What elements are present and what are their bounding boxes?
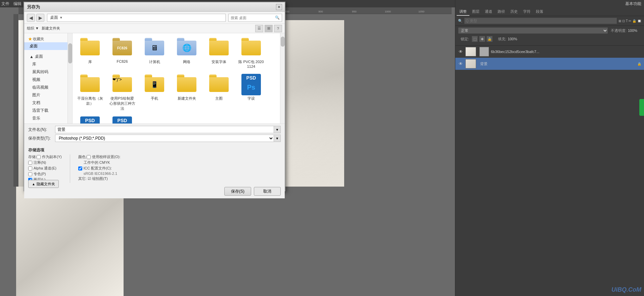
filename-input[interactable]: [55, 126, 274, 133]
psd-icon-ziset: PSD Ps: [240, 74, 262, 95]
file-name-library: 库: [88, 59, 92, 64]
folder-icon-fc826: FC826: [111, 37, 133, 59]
file-item-pvc[interactable]: 陈 PVC包 20201124: [236, 36, 266, 70]
file-item-dry[interactable]: 干湿分离包（灰款）: [75, 72, 105, 112]
spot-row: 专色(P): [28, 171, 62, 177]
file-item-jne[interactable]: PSD Ps jNe-1606282214670.psd: [75, 115, 105, 124]
dialog-cancel-button[interactable]: 取消: [254, 187, 281, 196]
options-divider: [70, 154, 70, 183]
dialog-save-button[interactable]: 保存(S): [224, 187, 251, 196]
folder-icon-dry: [79, 74, 101, 95]
lock-label: 锁定:: [461, 37, 469, 42]
tab-para[interactable]: 字符: [520, 8, 533, 16]
toggle-label: 隐藏文件夹: [37, 182, 55, 187]
sidebar-item-video[interactable]: 视频: [27, 76, 67, 84]
new-folder-btn[interactable]: 新建文件夹: [42, 26, 60, 31]
dialog-forward-button[interactable]: ▶: [36, 14, 44, 22]
file-item-fonts[interactable]: 安装字体: [204, 36, 234, 70]
sidebar-item-images[interactable]: 图片: [27, 91, 67, 99]
lock-position-btn[interactable]: ✥: [479, 36, 485, 42]
filelist-scrollbar[interactable]: [280, 33, 285, 124]
tab-channels[interactable]: 图层: [469, 8, 482, 16]
annotation-checkbox[interactable]: [28, 161, 32, 165]
fill-value: 100%: [508, 37, 517, 41]
dialog-path-arrow[interactable]: ▼: [59, 16, 63, 19]
filetype-arrow[interactable]: ▼: [274, 135, 281, 142]
psd-icon-jne: PSD Ps: [79, 116, 101, 124]
file-name-computer: 计算机: [149, 59, 160, 64]
alpha-checkbox[interactable]: [28, 166, 32, 170]
file-item-main[interactable]: 主图: [204, 72, 234, 112]
lock-pixels-btn[interactable]: ⬚: [472, 36, 478, 42]
dialog-search-bar: 🔍: [228, 14, 282, 22]
layer-item-2[interactable]: 👁 背景 🔒: [455, 58, 644, 70]
sidebar-item-zhanfeng[interactable]: 展凤转码: [27, 68, 67, 76]
layer-visibility-1[interactable]: 👁: [458, 49, 463, 54]
filename-arrow[interactable]: ▼: [274, 126, 281, 133]
lock-all-btn[interactable]: 🔒: [487, 36, 493, 42]
layer-name-2: 背景: [480, 61, 488, 66]
file-item-folded[interactable]: PSD Ps PS制作折叠文字效果.psd: [107, 115, 137, 124]
help-btn[interactable]: ?: [274, 25, 282, 32]
view-list-btn[interactable]: ☰: [255, 25, 263, 32]
file-item-computer[interactable]: 🖥 计算机: [140, 36, 169, 70]
toggle-expand-icon: ▲: [32, 182, 35, 186]
sidebar-favorites-section: ★ ★ 收藏夹 收藏夹 桌面: [24, 36, 67, 50]
save-dialog: 另存为 ✕ ◀ ▶ 桌面 ▼ 🔍 组织 ▼ 新建文件夹 ☰ ⊞ ? ★: [24, 2, 285, 191]
menu-file[interactable]: 文件: [1, 1, 9, 7]
sidebar-item-desktop[interactable]: 桌面: [24, 42, 67, 50]
layer-item-1[interactable]: 👁 6b36bec152bcd5cee3bafc7...: [455, 46, 644, 58]
file-item-library[interactable]: 库: [75, 36, 105, 70]
file-item-fc826[interactable]: FC826 FC826: [107, 36, 137, 70]
layer-filter-icons: ⊠ ⊡ T ✏ 🔒 🔲: [618, 19, 641, 23]
icc-label: ICC 配置文件(C):: [84, 166, 112, 171]
toggle-hidden-btn[interactable]: ▲ 隐藏文件夹: [28, 180, 59, 188]
icc-checkbox[interactable]: [78, 166, 82, 170]
dialog-search-input[interactable]: [231, 16, 274, 20]
file-name-dry: 干湿分离包（灰款）: [77, 96, 103, 106]
layer-thumb-1: [465, 47, 476, 56]
file-item-ziset[interactable]: PSD Ps 字设: [236, 72, 266, 112]
file-item-tutorial[interactable]: ❤')"> 使用PS绘制爱心形状的三种方法: [107, 72, 137, 112]
folder-icon-fonts: [208, 37, 230, 59]
copy-checkbox[interactable]: [37, 155, 41, 159]
dialog-back-button[interactable]: ◀: [27, 14, 35, 22]
layer-visibility-2[interactable]: 👁: [458, 61, 463, 66]
filetype-select[interactable]: Photoshop (*.PSD;*.PDD): [55, 135, 274, 142]
sidebar-item-fc826[interactable]: ▼FC826: [24, 122, 67, 124]
dialog-options: 存储选项 存储: 作为副本(Y) 注释(N) Alpha 通道(E): [24, 145, 285, 185]
sidebar-item-lib[interactable]: 库: [27, 60, 67, 68]
use-proof-checkbox[interactable]: [87, 155, 91, 159]
tab-history[interactable]: 路径: [495, 8, 508, 16]
sidebar-item-lxvideo[interactable]: 临讯视频: [27, 84, 67, 91]
sidebar-scrollbar[interactable]: [68, 33, 73, 124]
tab-char[interactable]: 历史: [508, 8, 520, 16]
file-item-phone[interactable]: 📱 手机: [140, 72, 169, 112]
spot-label: 专色(P): [34, 171, 46, 177]
tab-paths[interactable]: 通道: [482, 8, 495, 16]
layer-name-1: 6b36bec152bcd5cee3bafc7...: [491, 50, 539, 54]
options-left: 存储: 作为副本(Y) 注释(N) Alpha 通道(E) 专色(P: [28, 154, 62, 183]
sidebar-item-xunlei[interactable]: 迅雷下载: [27, 107, 67, 114]
menu-edit[interactable]: 编辑: [13, 1, 21, 7]
sidebar-item-library[interactable]: ▲桌面: [24, 53, 67, 60]
tab-layers[interactable]: 调整: [457, 8, 469, 16]
options-right: 颜色: 使用校样设置(O): 工作中的 CMYK ICC 配置文件(C): sR…: [78, 154, 121, 183]
sidebar-tree-section: ▲桌面 库 展凤转码 视频 临讯视频 图片 文档 迅雷下载 音乐 ▼FC826 …: [24, 53, 67, 124]
blend-mode-select[interactable]: 正常: [458, 27, 608, 34]
file-name-phone: 手机: [151, 96, 158, 101]
layer-search-input[interactable]: [464, 17, 617, 24]
view-grid-btn[interactable]: ⊞: [265, 25, 273, 32]
file-item-newfolder[interactable]: 新建文件夹: [172, 72, 201, 112]
folder-icon-main: [208, 74, 230, 95]
file-item-network[interactable]: 🌐 网络: [172, 36, 201, 70]
storage-label: 存储:: [28, 154, 37, 159]
sidebar-item-docs[interactable]: 文档: [27, 99, 67, 107]
sidebar-item-music[interactable]: 音乐: [27, 114, 67, 122]
organize-btn[interactable]: 组织 ▼: [27, 26, 39, 31]
cmyk-row: 工作中的 CMYK: [78, 160, 121, 165]
dialog-close-button[interactable]: ✕: [276, 4, 282, 10]
spot-checkbox[interactable]: [28, 172, 32, 176]
tab-para2[interactable]: 段落: [533, 8, 546, 16]
opacity-value: 100%: [628, 29, 641, 33]
